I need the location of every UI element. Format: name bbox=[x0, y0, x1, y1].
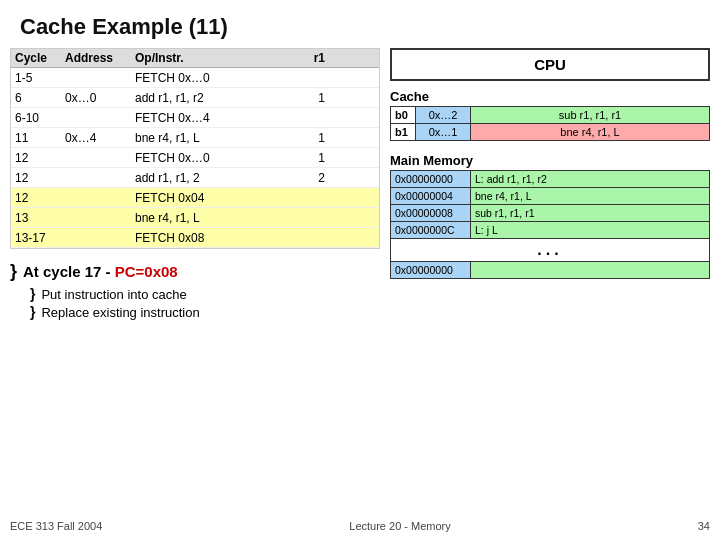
cell-address: 0x…0 bbox=[65, 91, 135, 105]
cell-opinstr: FETCH 0x…4 bbox=[135, 111, 295, 125]
cache-tag: b0 bbox=[391, 107, 416, 124]
table-row: 12 FETCH 0x…0 1 bbox=[11, 148, 379, 168]
cell-opinstr: add r1, r1, r2 bbox=[135, 91, 295, 105]
memory-section: Main Memory 0x00000000 L: add r1, r1, r2… bbox=[390, 153, 710, 279]
mem-address: 0x00000000 bbox=[391, 171, 471, 188]
bullet-sub-arrow-1: } bbox=[30, 286, 35, 302]
cell-r1: 2 bbox=[295, 171, 325, 185]
footer: ECE 313 Fall 2004 Lecture 20 - Memory 34 bbox=[10, 520, 710, 532]
table-row: 6-10 FETCH 0x…4 bbox=[11, 108, 379, 128]
mem-last-address: 0x00000000 bbox=[391, 262, 471, 279]
mem-address: 0x00000004 bbox=[391, 188, 471, 205]
cell-r1: 1 bbox=[295, 131, 325, 145]
cache-address: 0x…2 bbox=[416, 107, 471, 124]
mem-last-instruction bbox=[471, 262, 710, 279]
cell-opinstr: bne r4, r1, L bbox=[135, 211, 295, 225]
mem-instruction: L: j L bbox=[471, 222, 710, 239]
cache-address: 0x…1 bbox=[416, 124, 471, 141]
left-panel: Cycle Address Op/Instr. r1 1-5 FETCH 0x…… bbox=[10, 48, 380, 322]
cell-opinstr: add r1, r1, 2 bbox=[135, 171, 295, 185]
cache-row: b0 0x…2 sub r1, r1, r1 bbox=[391, 107, 710, 124]
memory-row: 0x0000000C L: j L bbox=[391, 222, 710, 239]
footer-right: 34 bbox=[698, 520, 710, 532]
cell-opinstr: FETCH 0x08 bbox=[135, 231, 295, 245]
mem-address: 0x00000008 bbox=[391, 205, 471, 222]
memory-row: 0x00000008 sub r1, r1, r1 bbox=[391, 205, 710, 222]
table-row: 1-5 FETCH 0x…0 bbox=[11, 68, 379, 88]
memory-ellipsis: ... bbox=[391, 239, 710, 262]
cell-cycle: 12 bbox=[15, 191, 65, 205]
bullet-sub-arrow-2: } bbox=[30, 304, 35, 320]
cell-cycle: 13-17 bbox=[15, 231, 65, 245]
bullets-section: } At cycle 17 - PC=0x08 } Put instructio… bbox=[10, 261, 380, 320]
col-header-r1: r1 bbox=[295, 51, 325, 65]
cache-label: Cache bbox=[390, 89, 710, 104]
instruction-table: Cycle Address Op/Instr. r1 1-5 FETCH 0x…… bbox=[10, 48, 380, 249]
cache-table: b0 0x…2 sub r1, r1, r1 b1 0x…1 bne r4, r… bbox=[390, 106, 710, 141]
mem-address: 0x0000000C bbox=[391, 222, 471, 239]
bullet-sub-2: } Replace existing instruction bbox=[30, 304, 380, 320]
cell-cycle: 12 bbox=[15, 151, 65, 165]
mem-instruction: bne r4, r1, L bbox=[471, 188, 710, 205]
cell-opinstr: bne r4, r1, L bbox=[135, 131, 295, 145]
page-title: Cache Example (11) bbox=[0, 0, 720, 48]
cell-cycle: 13 bbox=[15, 211, 65, 225]
cell-cycle: 6-10 bbox=[15, 111, 65, 125]
cell-cycle: 6 bbox=[15, 91, 65, 105]
cell-r1: 1 bbox=[295, 91, 325, 105]
pc-highlight: PC=0x08 bbox=[115, 263, 178, 280]
bullet-sub-1: } Put instruction into cache bbox=[30, 286, 380, 302]
memory-label: Main Memory bbox=[390, 153, 710, 168]
col-header-opinstr: Op/Instr. bbox=[135, 51, 295, 65]
footer-center: Lecture 20 - Memory bbox=[349, 520, 450, 532]
cache-instruction: bne r4, r1, L bbox=[471, 124, 710, 141]
memory-table: 0x00000000 L: add r1, r1, r2 0x00000004 … bbox=[390, 170, 710, 279]
table-row: 6 0x…0 add r1, r1, r2 1 bbox=[11, 88, 379, 108]
footer-left: ECE 313 Fall 2004 bbox=[10, 520, 102, 532]
table-row: 12 FETCH 0x04 bbox=[11, 188, 379, 208]
mem-instruction: L: add r1, r1, r2 bbox=[471, 171, 710, 188]
cache-instruction: sub r1, r1, r1 bbox=[471, 107, 710, 124]
ellipsis-text: ... bbox=[391, 239, 710, 262]
table-row: 11 0x…4 bne r4, r1, L 1 bbox=[11, 128, 379, 148]
memory-last-row: 0x00000000 bbox=[391, 262, 710, 279]
cell-cycle: 12 bbox=[15, 171, 65, 185]
cache-section: Cache b0 0x…2 sub r1, r1, r1 b1 0x…1 bne… bbox=[390, 89, 710, 147]
memory-row: 0x00000000 L: add r1, r1, r2 bbox=[391, 171, 710, 188]
cell-cycle: 11 bbox=[15, 131, 65, 145]
table-row: 13-17 FETCH 0x08 bbox=[11, 228, 379, 248]
cell-address: 0x…4 bbox=[65, 131, 135, 145]
memory-row: 0x00000004 bne r4, r1, L bbox=[391, 188, 710, 205]
table-row: 13 bne r4, r1, L bbox=[11, 208, 379, 228]
bullet-arrow: } bbox=[10, 261, 17, 282]
mem-instruction: sub r1, r1, r1 bbox=[471, 205, 710, 222]
table-header: Cycle Address Op/Instr. r1 bbox=[11, 49, 379, 68]
bullet-sub-text-2: Replace existing instruction bbox=[41, 305, 199, 320]
right-panel: CPU Cache b0 0x…2 sub r1, r1, r1 b1 0x…1… bbox=[390, 48, 710, 322]
col-header-address: Address bbox=[65, 51, 135, 65]
cell-opinstr: FETCH 0x…0 bbox=[135, 71, 295, 85]
cpu-box: CPU bbox=[390, 48, 710, 81]
cell-r1: 1 bbox=[295, 151, 325, 165]
cell-opinstr: FETCH 0x04 bbox=[135, 191, 295, 205]
cell-cycle: 1-5 bbox=[15, 71, 65, 85]
cell-opinstr: FETCH 0x…0 bbox=[135, 151, 295, 165]
col-header-cycle: Cycle bbox=[15, 51, 65, 65]
bullet-main-text: At cycle 17 - PC=0x08 bbox=[23, 263, 178, 280]
table-row: 12 add r1, r1, 2 2 bbox=[11, 168, 379, 188]
bullet-sub-text-1: Put instruction into cache bbox=[41, 287, 186, 302]
cache-tag: b1 bbox=[391, 124, 416, 141]
bullet-main: } At cycle 17 - PC=0x08 bbox=[10, 261, 380, 282]
cache-row: b1 0x…1 bne r4, r1, L bbox=[391, 124, 710, 141]
